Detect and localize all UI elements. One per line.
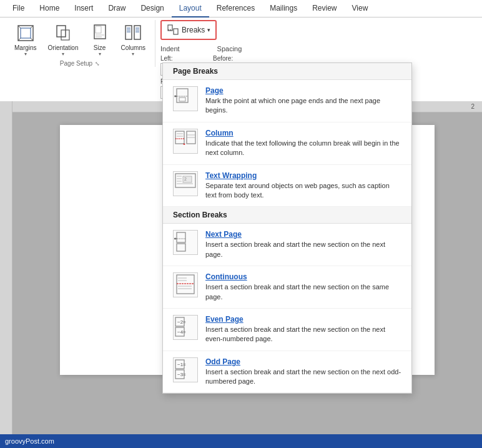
size-label: Size: [94, 44, 106, 51]
svg-rect-48: [177, 275, 194, 294]
break-item-text-wrapping[interactable]: 2 Text Wrapping Separate text around obj…: [163, 165, 411, 207]
ribbon-group-page-setup: Margins ▾ Orientation ▾: [5, 20, 155, 67]
svg-rect-13: [134, 26, 140, 39]
page-breaks-header: Page Breaks: [163, 63, 411, 80]
spacing-before-label: Before:: [213, 55, 255, 62]
break-item-continuous[interactable]: Continuous Insert a section break and st…: [163, 266, 411, 309]
column-break-icon: [173, 129, 198, 154]
tab-view[interactable]: View: [345, 0, 376, 17]
tab-references[interactable]: References: [209, 0, 262, 17]
odd-page-text: Odd Page Insert a section break and star…: [205, 357, 401, 387]
break-item-odd-page[interactable]: −1= −3= Odd Page Insert a section break …: [163, 351, 411, 394]
continuous-title: Continuous: [205, 272, 401, 281]
page-setup-expand-icon[interactable]: ⤡: [95, 61, 100, 67]
page-break-desc: Mark the point at which one page ends an…: [205, 96, 401, 116]
footer-text: groovyPost.com: [5, 437, 54, 445]
even-page-title: Even Page: [205, 315, 401, 324]
break-item-column[interactable]: Column Indicate that the text following …: [163, 122, 411, 165]
tab-layout[interactable]: Layout: [172, 0, 209, 17]
footer-bar: groovyPost.com: [0, 434, 482, 448]
svg-rect-28: [175, 131, 184, 144]
svg-text:−2=: −2=: [177, 319, 186, 325]
break-item-next-page[interactable]: Next Page Insert a section break and sta…: [163, 224, 411, 266]
vertical-ruler: [0, 101, 12, 448]
svg-rect-27: [179, 97, 185, 101]
spacing-section-label: Spacing: [217, 45, 242, 52]
ruler-marker: 2: [471, 103, 475, 110]
odd-page-desc: Insert a section break and start the new…: [205, 367, 401, 387]
svg-text:−1=: −1=: [177, 362, 186, 367]
continuous-text: Continuous Insert a section break and st…: [205, 272, 401, 302]
breaks-icon: [167, 24, 179, 36]
continuous-desc: Insert a section break and start the new…: [205, 282, 401, 302]
page-setup-group-label-row: Page Setup ⤡: [60, 60, 100, 67]
svg-rect-22: [174, 29, 178, 34]
section-breaks-header: Section Breaks: [163, 207, 411, 224]
next-page-desc: Insert a section break and start the new…: [205, 240, 401, 259]
column-break-text: Column Indicate that the text following …: [205, 129, 401, 158]
page-break-text: Page Mark the point at which one page en…: [205, 86, 401, 116]
svg-marker-26: [174, 95, 175, 97]
breaks-dropdown-menu: Page Breaks Page Mark the point at which…: [162, 62, 412, 394]
break-item-even-page[interactable]: −2= −4= Even Page Insert a section break…: [163, 309, 411, 351]
tab-home[interactable]: Home: [32, 0, 67, 17]
orientation-arrow: ▾: [62, 51, 64, 57]
text-wrapping-text: Text Wrapping Separate text around objec…: [205, 171, 401, 201]
odd-page-icon: −1= −3=: [173, 357, 198, 382]
svg-rect-12: [125, 26, 132, 39]
size-arrow: ▾: [99, 51, 101, 57]
column-break-desc: Indicate that the text following the col…: [205, 139, 401, 158]
breaks-dropdown-arrow: ▾: [207, 27, 210, 33]
tab-file[interactable]: File: [5, 0, 32, 17]
tab-review[interactable]: Review: [305, 0, 344, 17]
even-page-text: Even Page Insert a section break and sta…: [205, 315, 401, 344]
breaks-label: Breaks: [182, 26, 205, 34]
ribbon-tab-bar: File Home Insert Draw Design Layout Refe…: [0, 0, 482, 17]
next-page-title: Next Page: [205, 230, 401, 239]
svg-text:2: 2: [184, 177, 187, 181]
page-setup-group-label: Page Setup: [60, 60, 92, 67]
margins-icon: [16, 23, 36, 43]
page-setup-buttons: Margins ▾ Orientation ▾: [10, 20, 150, 60]
svg-rect-9: [96, 26, 101, 33]
svg-rect-43: [177, 232, 185, 242]
size-icon: [90, 23, 110, 43]
columns-icon: [123, 23, 143, 43]
svg-rect-1: [21, 28, 31, 38]
text-wrapping-icon: 2: [173, 171, 198, 196]
svg-marker-35: [183, 144, 185, 145]
text-wrapping-title: Text Wrapping: [205, 171, 401, 180]
odd-page-title: Odd Page: [205, 357, 401, 366]
breaks-button[interactable]: Breaks ▾: [160, 20, 217, 40]
even-page-icon: −2= −4=: [173, 315, 198, 340]
columns-label: Columns: [121, 44, 145, 51]
orientation-button[interactable]: Orientation ▾: [44, 20, 83, 60]
size-button[interactable]: Size ▾: [86, 20, 114, 60]
columns-arrow: ▾: [132, 51, 134, 57]
margins-label: Margins: [14, 44, 37, 51]
page-break-icon: [173, 86, 198, 111]
orientation-icon: [53, 23, 73, 43]
column-break-title: Column: [205, 129, 401, 137]
margins-button[interactable]: Margins ▾: [10, 20, 41, 60]
columns-button[interactable]: Columns ▾: [117, 20, 150, 60]
text-wrapping-desc: Separate text around objects on web page…: [205, 181, 401, 201]
tab-design[interactable]: Design: [133, 0, 171, 17]
page-break-title: Page: [205, 86, 401, 95]
svg-rect-23: [177, 89, 188, 102]
indent-section-label: Indent: [160, 45, 180, 52]
continuous-icon: [173, 272, 198, 297]
next-page-icon: [173, 230, 198, 255]
svg-rect-45: [177, 244, 185, 251]
svg-text:−4=: −4=: [177, 329, 186, 335]
next-page-text: Next Page Insert a section break and sta…: [205, 230, 401, 259]
tab-draw[interactable]: Draw: [101, 0, 133, 17]
margins-arrow: ▾: [24, 51, 27, 57]
orientation-label: Orientation: [48, 44, 79, 51]
svg-text:−3=: −3=: [177, 372, 186, 377]
break-item-page[interactable]: Page Mark the point at which one page en…: [163, 80, 411, 122]
tab-mailings[interactable]: Mailings: [262, 0, 305, 17]
tab-insert[interactable]: Insert: [67, 0, 101, 17]
even-page-desc: Insert a section break and start the new…: [205, 325, 401, 344]
indent-left-label: Left:: [160, 55, 203, 62]
